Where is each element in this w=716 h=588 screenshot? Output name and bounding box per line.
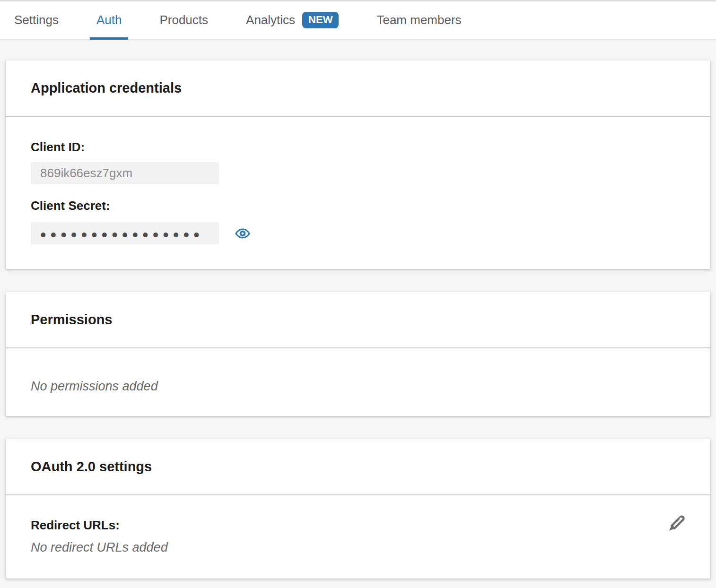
oauth-settings-title: OAuth 2.0 settings — [31, 459, 152, 474]
tab-bar: Settings Auth Products Analytics NEW Tea… — [0, 0, 716, 40]
tab-auth[interactable]: Auth — [96, 1, 122, 39]
oauth-settings-header: OAuth 2.0 settings — [6, 439, 710, 495]
client-secret-masked-value: •••••••••••••••• — [40, 224, 204, 243]
no-redirect-urls-text: No redirect URLs added — [31, 540, 168, 554]
oauth-settings-body: Redirect URLs: No redirect URLs added — [6, 495, 710, 579]
application-credentials-title: Application credentials — [31, 80, 182, 95]
pencil-icon — [665, 510, 689, 534]
permissions-header: Permissions — [6, 292, 710, 348]
redirect-urls-label: Redirect URLs: — [31, 518, 685, 532]
application-credentials-header: Application credentials — [6, 61, 710, 117]
reveal-secret-button[interactable] — [234, 225, 251, 242]
tab-team-members-label: Team members — [376, 13, 461, 27]
client-secret-row: •••••••••••••••• — [31, 222, 685, 244]
tab-settings[interactable]: Settings — [14, 1, 59, 39]
oauth-settings-card: OAuth 2.0 settings Redirect URLs: No red… — [6, 439, 710, 579]
tab-settings-label: Settings — [14, 13, 59, 27]
client-secret-label: Client Secret: — [31, 199, 685, 213]
client-id-field[interactable]: 869ik66esz7gxm — [31, 162, 219, 184]
client-secret-field[interactable]: •••••••••••••••• — [31, 222, 219, 244]
tab-analytics-label: Analytics — [246, 13, 295, 27]
permissions-title: Permissions — [31, 312, 112, 327]
application-credentials-body: Client ID: 869ik66esz7gxm Client Secret:… — [6, 117, 710, 269]
no-permissions-text: No permissions added — [31, 379, 158, 393]
application-credentials-card: Application credentials Client ID: 869ik… — [6, 61, 710, 269]
permissions-body: No permissions added — [6, 348, 710, 416]
tab-team-members[interactable]: Team members — [376, 1, 461, 39]
client-id-value: 869ik66esz7gxm — [40, 166, 132, 181]
client-id-label: Client ID: — [31, 140, 685, 154]
tab-products-label: Products — [159, 13, 208, 27]
tab-auth-label: Auth — [96, 13, 122, 27]
new-badge: NEW — [302, 12, 339, 28]
tab-products[interactable]: Products — [159, 1, 208, 39]
edit-redirect-urls-button[interactable] — [665, 510, 689, 534]
permissions-card: Permissions No permissions added — [6, 292, 710, 416]
eye-icon — [235, 225, 251, 242]
tab-analytics[interactable]: Analytics NEW — [246, 1, 339, 39]
